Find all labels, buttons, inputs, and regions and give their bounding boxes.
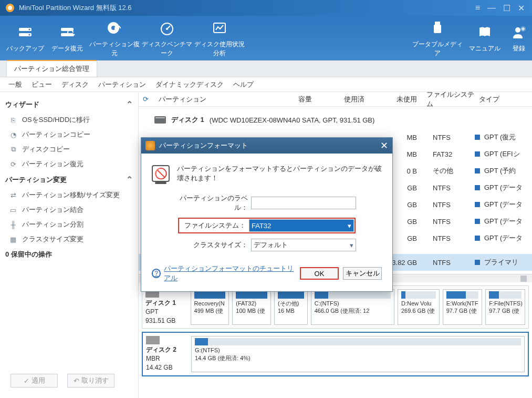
- filesystem-select[interactable]: FAT32 ▾: [249, 219, 354, 232]
- dialog-titlebar[interactable]: パーティションフォーマット ✕: [141, 138, 392, 154]
- cluster-select[interactable]: デフォルト ▾: [251, 239, 356, 251]
- col-size[interactable]: 容量: [265, 95, 317, 104]
- book-icon: [465, 23, 505, 41]
- tab-partition-management[interactable]: パーティション総合管理: [6, 60, 97, 77]
- backup-button[interactable]: バックアップ: [4, 20, 46, 56]
- sidebar-heading-wizard[interactable]: ウィザード ⌃: [5, 96, 133, 113]
- menu-general[interactable]: 一般: [8, 80, 22, 89]
- usage-button[interactable]: ディスク使用状況分析: [193, 16, 246, 61]
- svg-point-11: [166, 28, 168, 30]
- benchmark-icon: [142, 19, 192, 37]
- sidebar-item-copy-partition[interactable]: ◔パーティションコピー: [5, 127, 133, 142]
- col-used[interactable]: 使用済: [317, 95, 370, 104]
- dialog-title: パーティションフォーマット: [159, 141, 248, 150]
- sidebar-item-move-resize[interactable]: ⇄パーティション移動/サイズ変更: [5, 188, 133, 202]
- sidebar-item-merge[interactable]: ▭パーティション結合: [5, 202, 133, 217]
- format-dialog: パーティションフォーマット ✕ 🚫 パーティションをフォーマットするとパーティシ…: [141, 137, 393, 292]
- undo-icon: ↶: [74, 377, 79, 385]
- label-partition-label: パーティションのラベル：: [178, 193, 251, 212]
- register-button[interactable]: 登録: [506, 20, 532, 56]
- manual-button[interactable]: マニュアル: [464, 20, 506, 56]
- type-dot-icon: [475, 202, 480, 207]
- chevron-up-icon: ⌃: [126, 175, 133, 185]
- resize-icon: ⇄: [8, 190, 18, 200]
- bootmedia-button[interactable]: ブータブルメディア: [411, 16, 464, 61]
- recover-icon: ⟳: [8, 159, 18, 169]
- type-dot-icon: [475, 135, 480, 140]
- menu-view[interactable]: ビュー: [32, 80, 52, 89]
- benchmark-button[interactable]: ディスクベンチマーク: [141, 16, 193, 61]
- help-icon: ?: [152, 269, 161, 278]
- undo-button[interactable]: ↶取り消す: [67, 374, 114, 387]
- backup-icon: [5, 23, 45, 41]
- merge-icon: ▭: [8, 205, 18, 215]
- app-logo-icon: [5, 3, 15, 13]
- col-partition[interactable]: パーティション: [154, 95, 265, 104]
- top-tabs: パーティション総合管理: [0, 60, 532, 77]
- col-type[interactable]: タイプ: [475, 95, 532, 104]
- split-icon: ╫: [8, 220, 18, 229]
- diskmap-1[interactable]: ディスク 1 GPT 931.51 GB Recovery(N499 MB (使…: [142, 285, 529, 329]
- partrecovery-button[interactable]: パーティション復元: [88, 16, 141, 61]
- window-title: MiniTool Partition Wizard 無料版 12.6: [19, 3, 475, 13]
- col-fs[interactable]: ファイルシステム: [422, 92, 475, 109]
- hdd-icon: [154, 116, 166, 124]
- label-filesystem: ファイルシステム：: [180, 221, 249, 230]
- type-dot-icon: [475, 168, 480, 174]
- sidebar-item-recover-partition[interactable]: ⟳パーティション復元: [5, 157, 133, 171]
- type-dot-icon: [475, 236, 480, 241]
- tutorial-link[interactable]: ? パーティションフォーマットのチュートリアル: [152, 264, 300, 283]
- diskmap2-label: ディスク 2 MBR 14.42 GB: [146, 336, 188, 372]
- menu-dynamic[interactable]: ダイナミックディスク: [155, 80, 224, 89]
- usage-icon: [194, 19, 245, 37]
- hdd-icon: [146, 336, 160, 344]
- usb-icon: [412, 19, 463, 37]
- main-toolbar: バックアップ データ復元 パーティション復元 ディスクベンチマーク ディスク使用…: [0, 16, 532, 60]
- svg-point-15: [515, 27, 520, 33]
- chevron-up-icon: ⌃: [126, 99, 133, 109]
- diskmap-2[interactable]: ディスク 2 MBR 14.42 GB G:(NTFS)14.4 GB (使用済…: [142, 332, 529, 376]
- dialog-close-icon[interactable]: ✕: [380, 140, 388, 151]
- close-icon[interactable]: ✕: [518, 3, 525, 13]
- minimize-icon[interactable]: —: [487, 3, 496, 13]
- menu-disk[interactable]: ディスク: [61, 80, 89, 89]
- sidebar-heading-changes[interactable]: パーティション変更 ⌃: [5, 171, 133, 188]
- refresh-icon[interactable]: ⟳: [143, 95, 154, 103]
- type-dot-icon: [475, 219, 480, 224]
- col-free[interactable]: 未使用: [370, 95, 422, 104]
- menu-icon[interactable]: ≡: [475, 3, 480, 13]
- migrate-icon: ⎘: [8, 115, 18, 125]
- disk-warning-icon: 🚫: [152, 165, 170, 182]
- columns-header: パーティション 容量 使用済 未使用 ファイルシステム タイプ: [154, 92, 532, 107]
- sidebar-item-cluster[interactable]: ▦クラスタサイズ変更: [5, 232, 133, 247]
- chevron-down-icon: ▾: [348, 222, 351, 230]
- menu-help[interactable]: ヘルプ: [233, 80, 254, 89]
- datarecovery-button[interactable]: データ復元: [46, 20, 88, 56]
- type-dot-icon: [475, 260, 480, 265]
- cluster-icon: ▦: [8, 234, 18, 244]
- menubar: 一般 ビュー ディスク パーティション ダイナミックディスク ヘルプ: [0, 77, 532, 92]
- copy-disk-icon: ⧉: [8, 145, 18, 154]
- titlebar: MiniTool Partition Wizard 無料版 12.6 ≡ — ☐…: [0, 0, 532, 16]
- svg-rect-14: [434, 25, 441, 33]
- diskmap1-label: ディスク 1 GPT 931.51 GB: [145, 289, 187, 325]
- svg-point-5: [29, 34, 30, 36]
- disk1-header[interactable]: ディスク 1 (WDC WD10EZEX-08WN4A0 SATA, GPT, …: [139, 111, 532, 129]
- sidebar-item-copy-disk[interactable]: ⧉ディスクコピー: [5, 142, 133, 157]
- maximize-icon[interactable]: ☐: [503, 3, 510, 13]
- cancel-button[interactable]: キャンセル: [343, 267, 382, 280]
- partition-label-input[interactable]: [251, 197, 356, 209]
- type-dot-icon: [475, 151, 480, 157]
- dialog-logo-icon: [145, 141, 155, 150]
- check-icon: ✓: [24, 377, 29, 385]
- sidebar-item-split[interactable]: ╫パーティション分割: [5, 217, 133, 232]
- apply-button[interactable]: ✓適用: [11, 374, 58, 387]
- svg-point-1: [8, 6, 12, 10]
- partrecovery-icon: [89, 19, 140, 37]
- menu-partition[interactable]: パーティション: [98, 80, 146, 89]
- ok-button[interactable]: OK: [300, 267, 339, 280]
- chevron-down-icon: ▾: [350, 241, 353, 249]
- user-plus-icon: [507, 23, 531, 41]
- sidebar-item-migrate-os[interactable]: ⎘OSをSSD/HDDに移行: [5, 113, 133, 127]
- label-cluster: クラスタサイズ：: [178, 240, 251, 250]
